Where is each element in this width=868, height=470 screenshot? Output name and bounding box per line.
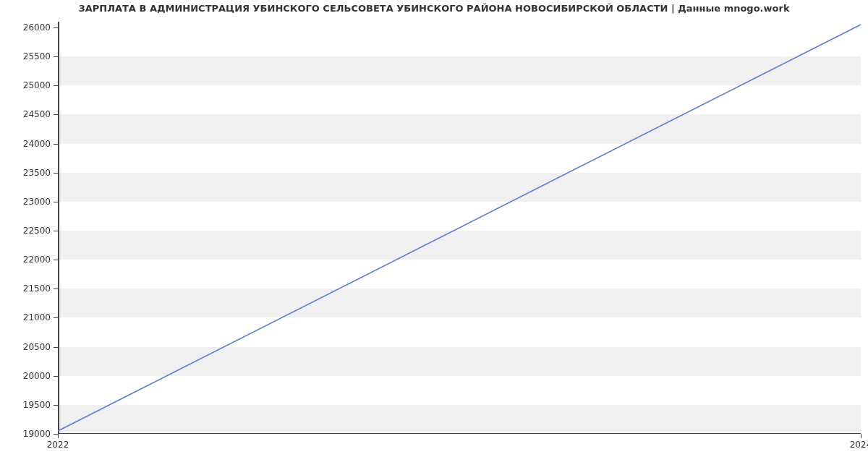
y-tick-label: 21500 — [23, 283, 51, 294]
y-tick-label: 19500 — [23, 400, 51, 410]
x-tick-label: 2024 — [850, 440, 868, 450]
y-tick — [54, 376, 58, 377]
y-tick-label: 22500 — [23, 226, 51, 236]
y-tick — [54, 85, 58, 86]
y-tick-label: 23000 — [23, 197, 51, 207]
y-tick — [54, 144, 58, 145]
y-tick — [54, 56, 58, 57]
y-tick-label: 22000 — [23, 255, 51, 265]
y-tick-label: 20500 — [23, 342, 51, 352]
y-tick-label: 19000 — [23, 429, 51, 439]
y-tick — [54, 317, 58, 318]
x-tick — [861, 434, 861, 438]
y-tick — [54, 405, 58, 406]
y-tick-label: 20000 — [23, 371, 51, 381]
y-tick-label: 24500 — [23, 109, 51, 119]
y-tick — [54, 173, 58, 174]
y-tick — [54, 347, 58, 348]
y-tick-label: 25000 — [23, 80, 51, 90]
y-tick-label: 23500 — [23, 168, 51, 178]
y-tick-label: 26000 — [23, 22, 51, 33]
plot-svg — [58, 22, 861, 434]
y-tick — [54, 202, 58, 202]
x-tick-label: 2022 — [47, 440, 69, 450]
y-tick — [54, 27, 58, 28]
chart-container: ЗАРПЛАТА В АДМИНИСТРАЦИЯ УБИНСКОГО СЕЛЬС… — [0, 0, 868, 470]
y-tick — [54, 231, 58, 231]
y-tick — [54, 289, 58, 289]
x-tick — [58, 434, 59, 438]
y-tick-label: 21000 — [23, 312, 51, 322]
series-line — [58, 25, 861, 431]
y-tick-label: 24000 — [23, 139, 51, 149]
plot-area — [58, 22, 861, 434]
y-tick — [54, 114, 58, 115]
y-tick-label: 25500 — [23, 51, 51, 61]
chart-title: ЗАРПЛАТА В АДМИНИСТРАЦИЯ УБИНСКОГО СЕЛЬС… — [0, 3, 868, 14]
y-tick — [54, 260, 58, 260]
